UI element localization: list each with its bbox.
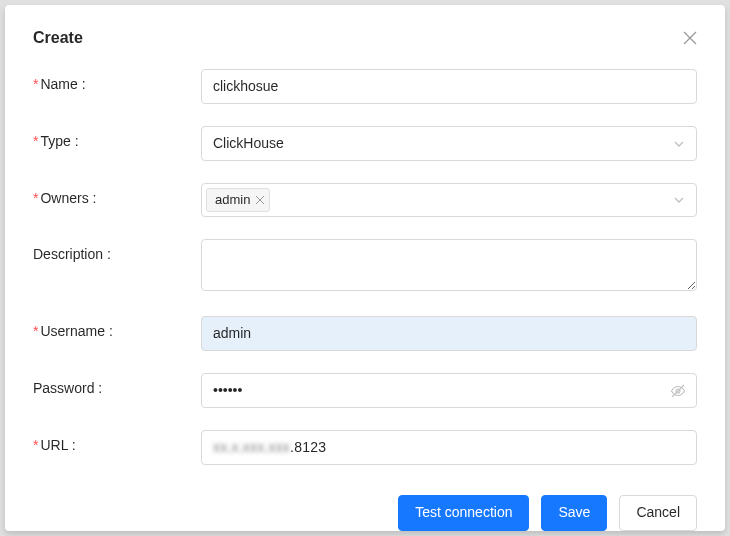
modal-footer: Test connection Save Cancel	[33, 487, 697, 531]
name-label: *Name	[33, 69, 201, 92]
type-label: *Type	[33, 126, 201, 149]
tag-remove-icon[interactable]	[255, 195, 265, 205]
close-icon[interactable]	[683, 31, 697, 45]
form-body: *Name *Type ClickHouse	[33, 69, 697, 487]
username-row: *Username	[33, 316, 697, 351]
url-label: *URL	[33, 430, 201, 453]
chevron-down-icon	[673, 138, 685, 150]
username-label: *Username	[33, 316, 201, 339]
test-connection-button[interactable]: Test connection	[398, 495, 529, 531]
save-button[interactable]: Save	[541, 495, 607, 531]
chevron-down-icon	[673, 194, 685, 206]
description-input[interactable]	[201, 239, 697, 291]
eye-invisible-icon[interactable]	[670, 383, 686, 399]
url-masked: xx.x.xxx.xxx	[213, 439, 290, 455]
owner-tag: admin	[206, 188, 270, 212]
modal-header: Create	[33, 29, 697, 47]
owners-select[interactable]: admin	[201, 183, 697, 217]
type-row: *Type ClickHouse	[33, 126, 697, 161]
password-input[interactable]	[201, 373, 697, 408]
description-row: Description	[33, 239, 697, 294]
create-modal: Create *Name *Type ClickHouse	[5, 5, 725, 531]
owner-tag-label: admin	[215, 190, 250, 210]
url-row: *URL xx.x.xxx.xxx.8123	[33, 430, 697, 465]
type-value: ClickHouse	[213, 133, 284, 154]
username-input[interactable]	[201, 316, 697, 351]
modal-title: Create	[33, 29, 83, 47]
password-row: Password	[33, 373, 697, 408]
name-row: *Name	[33, 69, 697, 104]
cancel-button[interactable]: Cancel	[619, 495, 697, 531]
url-input[interactable]: xx.x.xxx.xxx.8123	[201, 430, 697, 465]
owners-label: *Owners	[33, 183, 201, 206]
name-input[interactable]	[201, 69, 697, 104]
owners-row: *Owners admin	[33, 183, 697, 217]
description-label: Description	[33, 239, 201, 262]
url-suffix: .8123	[290, 439, 326, 455]
type-select[interactable]: ClickHouse	[201, 126, 697, 161]
password-label: Password	[33, 373, 201, 396]
